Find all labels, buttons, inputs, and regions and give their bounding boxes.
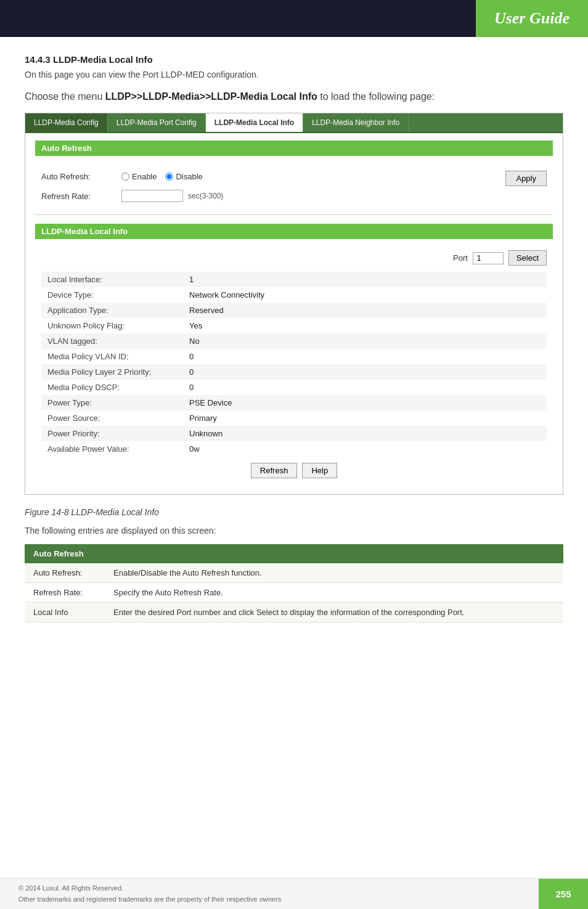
refresh-rate-input-group: sec(3-300) [121, 190, 223, 202]
tab-lldp-media-neighbor-info[interactable]: LLDP-Media Neighbor Info [303, 113, 409, 132]
row-value: Yes [183, 318, 547, 333]
footer: © 2014 Luxul. All Rights Reserved. Other… [0, 878, 588, 909]
row-value: Primary [183, 410, 547, 426]
refresh-rate-row: Refresh Rate: sec(3-300) [41, 190, 547, 202]
row-label: Media Policy VLAN ID: [41, 349, 183, 364]
desc-row-value: Enter the desired Port number and click … [105, 603, 563, 622]
local-info-table: Local Interface: 1 Device Type: Network … [41, 272, 547, 457]
enable-radio[interactable] [121, 173, 129, 181]
tab-nav: LLDP-Media Config LLDP-Media Port Config… [25, 113, 563, 133]
main-content: 14.4.3 LLDP-Media Local Info On this pag… [0, 37, 588, 653]
row-label: Application Type: [41, 303, 183, 318]
table-row: Media Policy DSCP: 0 [41, 380, 547, 395]
tab-lldp-media-local-info[interactable]: LLDP-Media Local Info [206, 113, 303, 132]
row-value: 1 [183, 272, 547, 287]
help-button[interactable]: Help [302, 463, 337, 478]
row-label: Power Priority: [41, 426, 183, 441]
refresh-rate-input[interactable] [121, 190, 183, 202]
refresh-button[interactable]: Refresh [251, 463, 298, 478]
row-label: Unknown Policy Flag: [41, 318, 183, 333]
desc-row-value: Enable/Disable the Auto Refresh function… [105, 563, 563, 583]
row-label: Local Interface: [41, 272, 183, 287]
row-value: 0 [183, 364, 547, 380]
auto-refresh-radio-group: Enable Disable [121, 172, 203, 181]
row-value: 0 [183, 380, 547, 395]
table-row: Power Type: PSE Device [41, 395, 547, 410]
table-row: Unknown Policy Flag: Yes [41, 318, 547, 333]
table-row: VLAN tagged: No [41, 333, 547, 349]
table-row: Available Power Value: 0w [41, 441, 547, 457]
auto-refresh-field-label: Auto Refresh: [41, 172, 121, 181]
row-value: Network Connectivity [183, 287, 547, 303]
desc-intro: The following entries are displayed on t… [25, 526, 563, 536]
table-row: Application Type: Reserved [41, 303, 547, 318]
apply-button[interactable]: Apply [505, 171, 547, 186]
disable-option[interactable]: Disable [165, 172, 202, 181]
auto-refresh-label-bar: Auto Refresh [35, 141, 553, 156]
auto-refresh-section: Auto Refresh: Enable Disable Apply [35, 162, 553, 215]
desc-table-row: Local Info Enter the desired Port number… [25, 603, 563, 622]
row-value: No [183, 333, 547, 349]
header-title: User Guide [494, 9, 570, 28]
desc-table-row: Auto Refresh: Enable/Disable the Auto Re… [25, 563, 563, 583]
figure-caption: Figure 14-8 LLDP-Media Local Info [25, 507, 563, 517]
row-label: Available Power Value: [41, 441, 183, 457]
port-input[interactable] [473, 252, 504, 264]
refresh-rate-label: Refresh Rate: [41, 192, 121, 201]
bottom-buttons: Refresh Help [41, 457, 547, 482]
table-row: Power Priority: Unknown [41, 426, 547, 441]
desc-table-header-row: Auto Refresh [25, 544, 563, 563]
desc-row-label: Auto Refresh: [25, 563, 105, 583]
section-heading: 14.4.3 LLDP-Media Local Info [25, 54, 563, 65]
header-bar: User Guide [0, 0, 588, 37]
row-value: PSE Device [183, 395, 547, 410]
row-value: Unknown [183, 426, 547, 441]
table-row: Local Interface: 1 [41, 272, 547, 287]
row-label: Media Policy DSCP: [41, 380, 183, 395]
section-nav-text: Choose the menu LLDP>>LLDP-Media>>LLDP-M… [25, 89, 563, 104]
tab-lldp-media-port-config[interactable]: LLDP-Media Port Config [108, 113, 206, 132]
row-label: Power Type: [41, 395, 183, 410]
row-value: Reserved [183, 303, 547, 318]
desc-table-row: Refresh Rate: Specify the Auto Refresh R… [25, 583, 563, 603]
panel-body: Auto Refresh Auto Refresh: Enable Disabl… [25, 133, 563, 494]
header-title-box: User Guide [476, 0, 588, 37]
footer-right: 255 [539, 879, 588, 910]
footer-left: © 2014 Luxul. All Rights Reserved. Other… [0, 883, 539, 905]
local-info-section: Port Select Local Interface: 1 Device Ty… [35, 245, 553, 487]
auto-refresh-row: Auto Refresh: Enable Disable Apply [41, 167, 547, 186]
port-row: Port Select [41, 250, 547, 266]
table-row: Power Source: Primary [41, 410, 547, 426]
footer-trademark: Other trademarks and registered trademar… [18, 894, 539, 905]
tab-lldp-media-config[interactable]: LLDP-Media Config [25, 113, 108, 132]
row-label: Media Policy Layer 2 Priority: [41, 364, 183, 380]
row-label: Power Source: [41, 410, 183, 426]
footer-page-number: 255 [555, 889, 571, 899]
port-label: Port [453, 253, 468, 263]
section-desc: On this page you can view the Port LLDP-… [25, 70, 563, 79]
refresh-rate-hint: sec(3-300) [188, 192, 223, 200]
row-value: 0 [183, 349, 547, 364]
desc-table-header: Auto Refresh [25, 544, 563, 563]
footer-copyright: © 2014 Luxul. All Rights Reserved. [18, 883, 539, 894]
select-button[interactable]: Select [508, 250, 547, 266]
desc-table: Auto Refresh Auto Refresh: Enable/Disabl… [25, 544, 563, 622]
desc-row-label: Refresh Rate: [25, 583, 105, 603]
local-info-label-bar: LLDP-Media Local Info [35, 224, 553, 239]
row-value: 0w [183, 441, 547, 457]
table-row: Media Policy Layer 2 Priority: 0 [41, 364, 547, 380]
table-row: Media Policy VLAN ID: 0 [41, 349, 547, 364]
ui-panel: LLDP-Media Config LLDP-Media Port Config… [25, 113, 563, 495]
desc-row-value: Specify the Auto Refresh Rate. [105, 583, 563, 603]
desc-row-label: Local Info [25, 603, 105, 622]
row-label: VLAN tagged: [41, 333, 183, 349]
enable-option[interactable]: Enable [121, 172, 157, 181]
table-row: Device Type: Network Connectivity [41, 287, 547, 303]
disable-radio[interactable] [165, 173, 173, 181]
row-label: Device Type: [41, 287, 183, 303]
